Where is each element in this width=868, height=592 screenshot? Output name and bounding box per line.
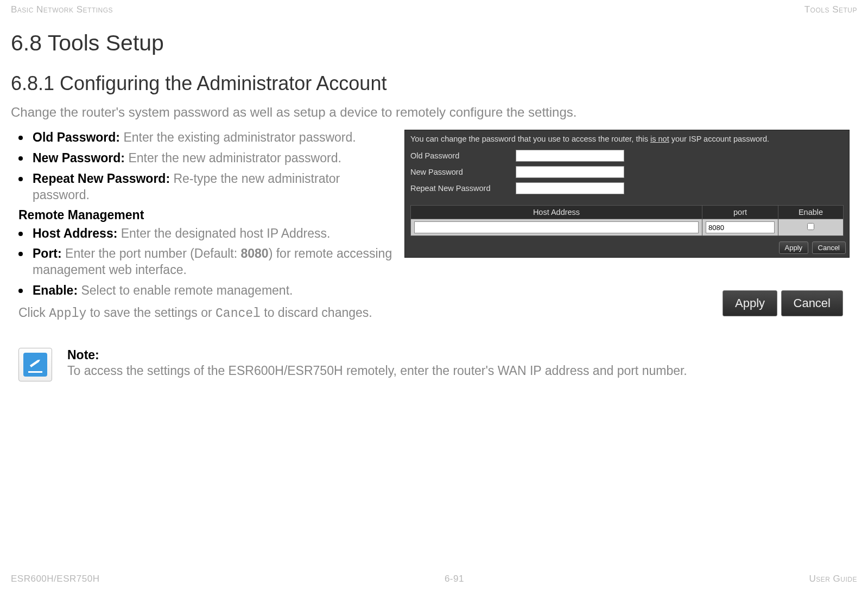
cancel-button[interactable]: Cancel: [781, 290, 843, 316]
bullet-old-password: Old Password: Enter the existing adminis…: [18, 130, 394, 146]
new-password-input[interactable]: [516, 166, 624, 178]
note-icon: [18, 348, 52, 381]
footer-right: User Guide: [809, 574, 857, 584]
remote-management-header: Remote Management: [18, 208, 394, 222]
bullet-host-address: Host Address: Enter the designated host …: [18, 226, 394, 242]
cancel-button-small[interactable]: Cancel: [812, 241, 846, 254]
bullet-desc: Enter the existing administrator passwor…: [123, 130, 356, 144]
repeat-password-label: Repeat New Password: [410, 184, 508, 193]
footer-left: ESR600H/ESR750H: [11, 574, 99, 584]
bullet-label: Repeat New Password:: [33, 171, 173, 186]
bullet-enable: Enable: Select to enable remote manageme…: [18, 283, 394, 299]
cancel-code: Cancel: [216, 307, 261, 321]
enable-checkbox[interactable]: [807, 223, 814, 230]
apply-code: Apply: [49, 307, 86, 321]
th-host: Host Address: [411, 206, 702, 219]
bullet-label: Port:: [33, 246, 65, 260]
note-title: Note:: [67, 348, 687, 362]
port-input[interactable]: [706, 221, 775, 233]
bullet-desc: Enter the designated host IP Address.: [121, 226, 331, 240]
apply-button-small[interactable]: Apply: [779, 241, 809, 254]
bullet-desc: Enter the new administrator password.: [128, 151, 341, 165]
bullet-label: Old Password:: [33, 130, 123, 144]
bullet-port: Port: Enter the port number (Default: 80…: [18, 246, 394, 278]
bullet-label: Enable:: [33, 283, 81, 297]
bullet-desc: Enter the port number (Default:: [65, 246, 240, 260]
pencil-icon: [27, 354, 44, 371]
footer-center: 6-91: [445, 574, 464, 584]
intro-text: Change the router's system password as w…: [11, 105, 857, 120]
click-note: Click Apply to save the settings or Canc…: [18, 305, 394, 321]
bullet-new-password: New Password: Enter the new administrato…: [18, 150, 394, 167]
bullet-port-default: 8080: [241, 246, 269, 260]
note-body: To access the settings of the ESR600H/ES…: [67, 364, 687, 378]
new-password-label: New Password: [410, 168, 508, 176]
router-admin-panel: You can change the password that you use…: [404, 130, 850, 258]
old-password-input[interactable]: [516, 150, 624, 162]
apply-button[interactable]: Apply: [723, 290, 777, 316]
bullet-label: Host Address:: [33, 226, 121, 240]
th-port: port: [702, 206, 778, 219]
panel-top-note: You can change the password that you use…: [405, 130, 849, 149]
th-enable: Enable: [778, 206, 844, 219]
table-row: [411, 219, 844, 236]
remote-management-table: Host Address port Enable: [410, 205, 844, 236]
page-title-h1: 6.8 Tools Setup: [11, 30, 857, 56]
old-password-label: Old Password: [410, 151, 508, 160]
repeat-password-input[interactable]: [516, 182, 624, 194]
host-address-input[interactable]: [414, 221, 699, 233]
bullet-desc: Select to enable remote management.: [81, 283, 293, 297]
page-title-h2: 6.8.1 Configuring the Administrator Acco…: [11, 72, 857, 95]
bullet-label: New Password:: [33, 151, 128, 165]
note-box: Note: To access the settings of the ESR6…: [18, 348, 857, 381]
header-left: Basic Network Settings: [11, 4, 113, 15]
header-right: Tools Setup: [804, 4, 857, 15]
bullet-repeat-password: Repeat New Password: Re-type the new adm…: [18, 171, 394, 203]
